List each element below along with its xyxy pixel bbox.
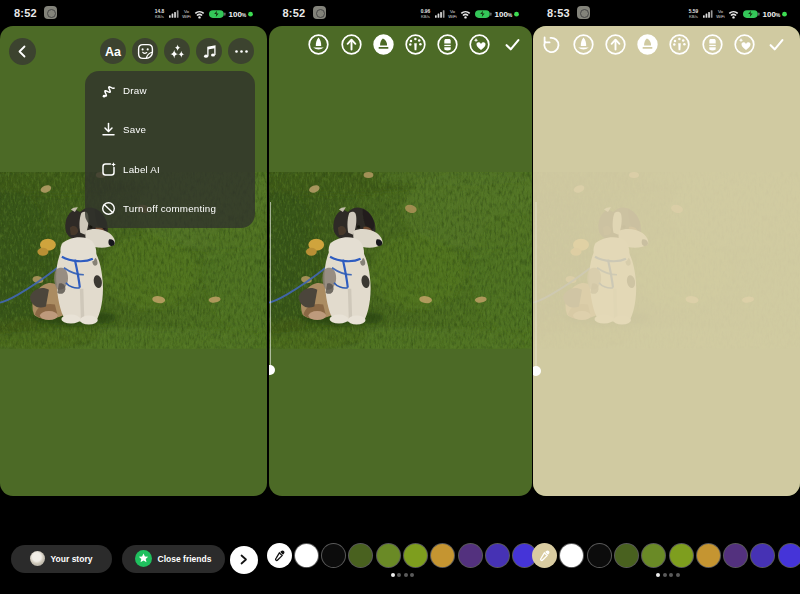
svg-text:Aa: Aa (105, 45, 122, 59)
